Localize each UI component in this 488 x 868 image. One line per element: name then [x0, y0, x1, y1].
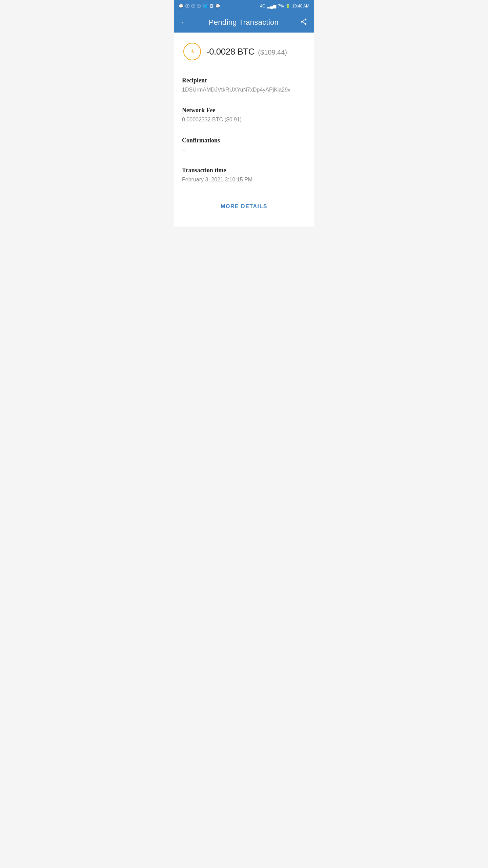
transaction-time-value: February 3, 2021 3:10:15 PM — [182, 176, 306, 183]
pending-clock-icon — [183, 43, 201, 60]
facebook-icon-2: ⓕ — [191, 3, 195, 9]
recipient-section: Recipient 1DSUrmAMDJVtkRUXYuN7xDp4yAPjKi… — [174, 70, 314, 100]
svg-point-3 — [192, 51, 193, 52]
battery-icon: 🔋 — [285, 4, 290, 8]
network-fee-value: 0.00002332 BTC ($0.91) — [182, 116, 306, 123]
more-details-button[interactable]: MORE DETAILS — [214, 200, 274, 213]
confirmations-value: -- — [182, 146, 306, 154]
recipient-value: 1DSUrmAMDJVtkRUXYuN7xDp4yAPjKia29v — [182, 86, 306, 94]
amount-btc: -0.0028 BTC — [206, 46, 255, 57]
page-title: Pending Transaction — [209, 18, 279, 27]
facebook-icon-3: ⓕ — [197, 3, 201, 9]
status-bar: 💬 ⓕ ⓕ ⓕ 🪣 🖼 💬 4G ▂▄▆ 7% 🔋 10:40 AM — [174, 0, 314, 12]
confirmations-label: Confirmations — [182, 137, 306, 144]
network-fee-section: Network Fee 0.00002332 BTC ($0.91) — [174, 100, 314, 130]
recipient-label: Recipient — [182, 77, 306, 84]
network-type: 4G — [260, 4, 265, 8]
signal-strength: ▂▄▆ — [267, 4, 276, 8]
transaction-time-label: Transaction time — [182, 167, 306, 174]
cloud-icon: 💬 — [215, 4, 220, 8]
amount-section: -0.0028 BTC ($109.44) — [174, 33, 314, 70]
confirmations-section: Confirmations -- — [174, 130, 314, 160]
tool-icon: 🪣 — [203, 4, 208, 8]
current-time: 10:40 AM — [292, 4, 309, 8]
main-content: -0.0028 BTC ($109.44) Recipient 1DSUrmAM… — [174, 33, 314, 226]
system-status: 4G ▂▄▆ 7% 🔋 10:40 AM — [260, 4, 309, 8]
share-button[interactable] — [299, 17, 309, 28]
notification-icons: 💬 ⓕ ⓕ ⓕ 🪣 🖼 💬 — [179, 3, 220, 9]
amount-usd: ($109.44) — [258, 48, 287, 56]
app-bar: ← Pending Transaction — [174, 12, 314, 33]
network-fee-label: Network Fee — [182, 107, 306, 114]
image-icon: 🖼 — [209, 4, 214, 8]
transaction-time-section: Transaction time February 3, 2021 3:10:1… — [174, 160, 314, 190]
facebook-icon-1: ⓕ — [185, 3, 189, 9]
back-button[interactable]: ← — [179, 17, 189, 28]
more-details-section: MORE DETAILS — [174, 190, 314, 226]
message-icon: 💬 — [179, 4, 184, 8]
battery-level: 7% — [278, 4, 284, 8]
amount-display: -0.0028 BTC ($109.44) — [206, 46, 287, 57]
